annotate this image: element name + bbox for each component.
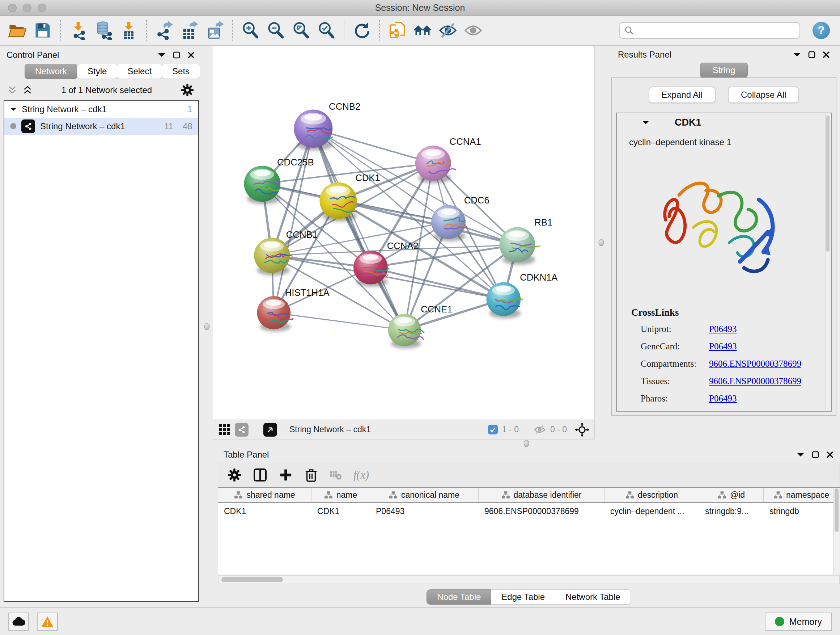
network-row[interactable]: String Network – cdk1 11 48 (4, 118, 198, 135)
crosslink-value-link[interactable]: P06493 (709, 394, 737, 404)
tab-network-table[interactable]: Network Table (555, 589, 631, 605)
table-horizontal-scrollbar-thumb[interactable] (221, 577, 283, 582)
detach-view-icon[interactable] (264, 423, 277, 437)
cloud-button[interactable] (8, 613, 29, 631)
tab-sets[interactable]: Sets (162, 64, 200, 79)
window-minimize-button[interactable] (23, 4, 32, 12)
column-header-namespace[interactable]: namespace (764, 488, 840, 502)
results-scrollbar[interactable] (825, 114, 830, 410)
import-network-from-file-button[interactable] (66, 19, 90, 42)
column-header-name[interactable]: name (311, 488, 370, 502)
open-session-button[interactable] (6, 19, 29, 42)
panel-menu-icon[interactable] (158, 52, 166, 57)
column-header-database-identifier[interactable]: database identifier (478, 488, 605, 502)
export-table-button[interactable] (178, 19, 201, 42)
collapse-all-icon[interactable] (7, 86, 17, 95)
first-neighbors-button[interactable] (411, 19, 434, 42)
network-collection-row[interactable]: String Network – cdk1 1 (4, 101, 198, 118)
collapse-all-button[interactable]: Collapse All (728, 87, 799, 103)
table-cell[interactable]: CDK1 (311, 503, 370, 519)
crosslink-value-link[interactable]: 9606.ENSP00000378699 (709, 376, 801, 386)
network-node-CDC6[interactable] (431, 205, 467, 241)
network-node-CCNA2[interactable] (354, 250, 389, 287)
splitter-handle[interactable] (524, 440, 529, 447)
results-scrollbar-thumb[interactable] (826, 116, 829, 252)
panel-close-icon[interactable] (187, 51, 195, 59)
table-settings-gear-icon[interactable] (227, 468, 241, 482)
select-columns-icon[interactable] (253, 468, 267, 482)
table-cell[interactable]: P06493 (370, 503, 478, 519)
table-cell[interactable]: stringdb:9... (699, 503, 764, 519)
crosslink-value-link[interactable]: 9606.ENSP00000378699 (709, 359, 801, 369)
help-button[interactable]: ? (813, 22, 830, 39)
gear-icon[interactable] (181, 84, 194, 97)
export-image-button[interactable] (203, 19, 226, 42)
search-input[interactable] (637, 25, 795, 35)
table-horizontal-scrollbar[interactable] (218, 575, 840, 584)
memory-button[interactable]: Memory (765, 613, 832, 631)
panel-float-icon[interactable] (808, 51, 815, 58)
warnings-button[interactable] (37, 613, 58, 631)
window-close-button[interactable] (8, 4, 17, 12)
expand-all-icon[interactable] (22, 86, 33, 95)
panel-menu-icon[interactable] (797, 452, 805, 457)
add-column-icon[interactable] (279, 468, 293, 482)
network-edge-CCNB2-HIST1H1A[interactable] (274, 128, 313, 312)
network-node-CDK1[interactable] (319, 182, 357, 222)
splitter-handle[interactable] (599, 239, 604, 246)
clone-network-button[interactable] (386, 19, 409, 42)
network-node-HIST1H1A[interactable] (257, 296, 293, 332)
collection-expand-icon[interactable] (10, 107, 17, 111)
network-edge-CCNB2-CCNE1[interactable] (313, 128, 404, 330)
table-vertical-scrollbar[interactable] (833, 488, 840, 575)
zoom-fit-button[interactable] (289, 19, 313, 42)
table-cell[interactable]: 9606.ENSP00000378699 (478, 503, 605, 519)
tab-edge-table[interactable]: Edge Table (491, 589, 555, 605)
refresh-view-button[interactable] (350, 19, 373, 42)
tab-select[interactable]: Select (117, 64, 162, 79)
column-header-canonical-name[interactable]: canonical name (370, 488, 478, 502)
network-node-CDC25B[interactable] (244, 166, 280, 204)
show-all-button[interactable] (462, 19, 485, 42)
selected-checkbox-icon[interactable] (488, 424, 498, 434)
tab-network[interactable]: Network (25, 64, 77, 79)
delete-column-icon[interactable] (304, 468, 318, 482)
network-node-CDKN1A[interactable] (486, 282, 523, 318)
entry-header[interactable]: CDK1 (617, 113, 831, 132)
zoom-in-button[interactable] (239, 19, 262, 42)
zoom-selected-button[interactable] (315, 19, 338, 42)
network-badge-icon[interactable] (235, 423, 248, 437)
entry-collapse-icon[interactable] (642, 120, 649, 125)
bottom-splitter[interactable] (213, 440, 840, 448)
zoom-out-button[interactable] (264, 19, 287, 42)
network-edge-HIST1H1A-CCNE1[interactable] (274, 313, 404, 330)
save-session-button[interactable] (31, 19, 54, 42)
table-row[interactable]: CDK1CDK1P064939606.ENSP00000378699cyclin… (218, 503, 840, 519)
right-splitter[interactable] (595, 46, 608, 440)
tab-style[interactable]: Style (77, 64, 117, 79)
panel-close-icon[interactable] (826, 451, 834, 458)
table-cell[interactable]: stringdb (764, 503, 840, 519)
import-table-from-file-button[interactable] (117, 19, 141, 42)
network-canvas[interactable]: CCNB2CCNA1CDC25BCDK1CDC6RB1CCNB1CCNA2CDK… (213, 46, 594, 420)
column-header-description[interactable]: description (605, 488, 699, 502)
expand-all-button[interactable]: Expand All (649, 87, 715, 103)
column-header-id[interactable]: @id (699, 488, 764, 502)
grid-view-icon[interactable] (218, 424, 231, 436)
table-cell[interactable]: cyclin–dependent ... (605, 503, 699, 519)
panel-close-icon[interactable] (823, 51, 830, 58)
crosshair-icon[interactable] (575, 423, 589, 437)
tab-node-table[interactable]: Node Table (426, 589, 491, 605)
table-cell[interactable]: CDK1 (218, 503, 311, 519)
window-zoom-button[interactable] (38, 4, 46, 12)
hide-selected-button[interactable] (436, 19, 459, 42)
crosslink-value-link[interactable]: P06493 (709, 341, 737, 352)
panel-float-icon[interactable] (812, 451, 819, 458)
column-header-shared-name[interactable]: shared name (218, 488, 311, 502)
network-node-CCNB2[interactable] (294, 110, 332, 150)
export-network-button[interactable] (153, 19, 176, 42)
panel-float-icon[interactable] (173, 51, 180, 59)
network-node-CCNA1[interactable] (415, 146, 456, 183)
panel-menu-icon[interactable] (793, 52, 801, 57)
network-node-RB1[interactable] (500, 227, 540, 264)
